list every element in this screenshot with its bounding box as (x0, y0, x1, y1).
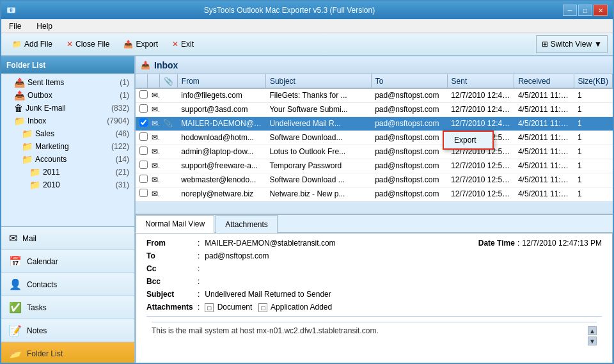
table-header-row: 📎 From Subject To Sent Received Size(KB) (136, 74, 613, 88)
main-layout: Folder List 📤 Sent Items (1) 📤 Outbox (1… (1, 56, 613, 364)
table-row[interactable]: ✉ support@freeware-a... Temporary Passwo… (136, 159, 613, 173)
table-row[interactable]: ✉ admin@laptop-dow... Lotus to Outlook F… (136, 145, 613, 159)
datetime-value: 12/7/2010 12:47:13 PM (522, 239, 602, 248)
nav-label: Contacts (27, 280, 57, 289)
tab-attachments[interactable]: Attachments (216, 215, 278, 233)
row-check[interactable] (136, 131, 148, 145)
col-header-to[interactable]: To (371, 74, 447, 88)
row-check[interactable] (136, 187, 148, 201)
folder-icon: 📤 (14, 90, 25, 100)
folder-count: (46) (116, 129, 129, 138)
exit-icon: ✕ (172, 40, 178, 49)
table-row[interactable]: ✉ info@filegets.com FileGets: Thanks for… (136, 88, 613, 102)
table-row[interactable]: ✉ 📎 MAILER-DAEMON@s... Undelivered Mail … (136, 116, 613, 131)
row-check[interactable] (136, 145, 148, 159)
close-button[interactable]: ✕ (594, 4, 608, 16)
col-header-icon[interactable] (148, 74, 160, 88)
col-header-subject[interactable]: Subject (265, 74, 371, 88)
menu-help[interactable]: Help (34, 20, 55, 32)
row-received: 4/5/2011 11:01:... (514, 145, 574, 159)
menu-file[interactable]: File (6, 20, 24, 32)
folder-item-sales[interactable]: 📁 Sales (46) (1, 127, 134, 140)
folder-item-marketing[interactable]: 📁 Marketing (122) (1, 140, 134, 153)
preview-tabs: Normal Mail View Attachments (136, 215, 613, 233)
scroll-up-btn[interactable]: ▲ (588, 326, 597, 335)
row-size: 1 (574, 173, 612, 187)
row-check[interactable] (136, 159, 148, 173)
folder-item-2011[interactable]: 📁 2011 (21) (1, 166, 134, 178)
table-row[interactable]: ✉ hodownload@hotm... Software Download..… (136, 131, 613, 145)
close-file-button[interactable]: ✕ Close File (61, 35, 115, 53)
col-header-sent[interactable]: Sent (447, 74, 514, 88)
folder-list-header: Folder List (1, 56, 134, 74)
row-attach (159, 173, 177, 187)
attachment1-label: Document (217, 303, 253, 312)
export-button[interactable]: 📤 Export (118, 35, 164, 53)
row-subject: Lotus to Outlook Fre... (265, 145, 371, 159)
nav-item-mail[interactable]: ✉ Mail (1, 227, 134, 250)
row-received: 4/5/2011 11:01:... (514, 116, 574, 131)
row-icon: ✉ (148, 116, 160, 131)
minimize-button[interactable]: ─ (563, 4, 577, 16)
exit-button[interactable]: ✕ Exit (166, 35, 200, 53)
row-check[interactable] (136, 88, 148, 102)
bcc-label: Bcc (146, 277, 198, 286)
mail-table-container[interactable]: 📎 From Subject To Sent Received Size(KB)… (136, 74, 613, 215)
row-from: noreply@netware.biz (177, 187, 265, 201)
scroll-down-btn[interactable]: ▼ (588, 336, 597, 345)
table-row[interactable]: ✉ webmaster@lenodo... Software Download … (136, 173, 613, 187)
row-from: hodownload@hotm... (177, 131, 265, 145)
nav-item-notes[interactable]: 📝 Notes (1, 319, 134, 342)
row-received: 4/5/2011 11:01:... (514, 187, 574, 201)
folder-item-accounts[interactable]: 📁 Accounts (14) (1, 153, 134, 166)
nav-icon: ✉ (9, 232, 17, 244)
inbox-title: Inbox (154, 60, 178, 70)
row-icon: ✉ (148, 145, 160, 159)
row-check[interactable] (136, 102, 148, 116)
col-header-check[interactable] (136, 74, 148, 88)
mail-table-body: ✉ info@filegets.com FileGets: Thanks for… (136, 88, 613, 201)
row-icon: ✉ (148, 173, 160, 187)
add-file-button[interactable]: 📁 Add File (6, 35, 58, 53)
row-attach (159, 102, 177, 116)
folder-item-inbox[interactable]: 📁 Inbox (7904) (1, 115, 134, 127)
nav-item-calendar[interactable]: 📅 Calendar (1, 250, 134, 273)
folder-item-outbox[interactable]: 📤 Outbox (1) (1, 89, 134, 102)
row-size: 1 (574, 88, 612, 102)
doc-icon: □ (205, 303, 214, 312)
folder-name: Accounts (35, 155, 113, 164)
folder-icon: 📁 (22, 154, 33, 164)
nav-icon: ✅ (9, 301, 22, 313)
col-header-attach[interactable]: 📎 (159, 74, 177, 88)
from-value: MAILER-DAEMON@stabletransit.com (205, 239, 478, 248)
folder-count: (122) (111, 142, 129, 151)
folder-item-junk-e-mail[interactable]: 🗑 Junk E-mail (832) (1, 102, 134, 115)
folder-item-2010[interactable]: 📁 2010 (31) (1, 178, 134, 191)
folder-item-sent-items[interactable]: 📤 Sent Items (1) (1, 76, 134, 89)
tab-normal-mail-view[interactable]: Normal Mail View (136, 215, 214, 233)
folder-count: (7904) (107, 116, 129, 125)
nav-item-tasks[interactable]: ✅ Tasks (1, 296, 134, 319)
switch-view-button[interactable]: ⊞ Switch View ▼ (536, 35, 608, 53)
folder-count: (1) (120, 78, 129, 87)
col-header-received[interactable]: Received (514, 74, 574, 88)
row-attach (159, 131, 177, 145)
nav-item-contacts[interactable]: 👤 Contacts (1, 273, 134, 296)
nav-item-folder-list[interactable]: 📂 Folder List (1, 342, 134, 364)
row-check[interactable] (136, 116, 148, 131)
row-attach: 📎 (159, 116, 177, 131)
col-header-from[interactable]: From (177, 74, 265, 88)
row-received: 4/5/2011 11:01:... (514, 102, 574, 116)
col-header-size[interactable]: Size(KB) (574, 74, 612, 88)
context-menu-export[interactable]: Export (444, 132, 492, 148)
table-row[interactable]: ✉ support@3asd.com Your Software Submi..… (136, 102, 613, 116)
row-check[interactable] (136, 173, 148, 187)
row-received: 4/5/2011 11:01:... (514, 173, 574, 187)
row-size: 1 (574, 187, 612, 201)
preview-body: This is the mail system at host mx-n01.w… (146, 316, 602, 351)
table-row[interactable]: ✉ noreply@netware.biz Netware.biz - New … (136, 187, 613, 201)
row-attach (159, 88, 177, 102)
maximize-button[interactable]: □ (578, 4, 592, 16)
nav-label: Mail (22, 234, 36, 243)
datetime-label: Date Time (478, 239, 515, 248)
